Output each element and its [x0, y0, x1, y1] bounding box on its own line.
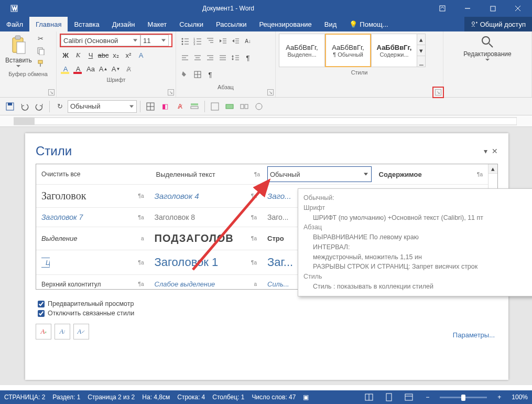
status-col[interactable]: Столбец: 1	[212, 394, 244, 401]
font-color-button[interactable]: A	[72, 63, 84, 75]
style-emphasis[interactable]: Выделениеa	[36, 227, 149, 250]
zoom-in-icon[interactable]: +	[494, 394, 504, 401]
tab-references[interactable]: Ссылки	[173, 17, 210, 31]
disable-linked-checkbox[interactable]: Отключить связанные стили	[38, 310, 498, 317]
web-layout-icon[interactable]	[403, 392, 415, 402]
cut-icon[interactable]: ✂	[36, 34, 46, 43]
manage-styles-button[interactable]: A✓	[73, 324, 89, 339]
font-launcher[interactable]: ↘	[168, 89, 174, 95]
align-right-button[interactable]	[204, 52, 216, 63]
table2-icon[interactable]	[208, 100, 222, 113]
style-toc[interactable]: АаБбВвГг, Содержи...	[371, 34, 417, 67]
macro-icon[interactable]: ▣	[303, 394, 309, 401]
insert-row-icon[interactable]	[188, 100, 201, 113]
parameters-link[interactable]: Параметры...	[453, 331, 495, 339]
circle-icon[interactable]	[252, 100, 266, 113]
justify-button[interactable]	[217, 52, 229, 63]
paste-button[interactable]: Вставить	[3, 34, 34, 69]
gallery-scroll[interactable]: ▴ ▾ ⎯	[417, 34, 426, 67]
sort-button[interactable]: A↓	[242, 35, 254, 47]
shading-button[interactable]	[179, 69, 191, 80]
format-painter-icon[interactable]	[36, 59, 46, 68]
clipboard-launcher[interactable]: ↘	[48, 89, 55, 95]
style-clear-all[interactable]: Очистить все	[36, 164, 151, 184]
align-left-button[interactable]	[179, 52, 191, 63]
style-subtle-emphasis[interactable]: Слабое выделениеa	[149, 275, 263, 290]
preview-checkbox[interactable]: Предварительный просмотр	[38, 300, 498, 307]
styles-launcher[interactable]: ↘	[435, 89, 441, 95]
status-page[interactable]: СТРАНИЦА: 2	[4, 394, 45, 401]
show-marks-button[interactable]: ¶	[242, 52, 254, 63]
text-effects-button[interactable]: A	[135, 49, 147, 61]
tab-layout[interactable]: Макет	[141, 17, 173, 31]
pane-close-icon[interactable]: ✕	[492, 147, 498, 155]
minimize-button[interactable]	[455, 1, 480, 16]
tab-review[interactable]: Рецензирование	[253, 17, 318, 31]
style-normal[interactable]: АаБбВвГг, ¶ Обычный	[325, 34, 371, 67]
pane-dropdown-icon[interactable]: ▾	[484, 147, 487, 155]
borders-button[interactable]	[192, 69, 203, 80]
status-at[interactable]: На: 4,8см	[142, 394, 170, 401]
shrink-font-button[interactable]: A▼	[110, 63, 122, 75]
line-spacing-button[interactable]	[230, 52, 241, 63]
zoom-value[interactable]: 100%	[512, 394, 528, 401]
subscript-button[interactable]: x₂	[110, 49, 122, 61]
style-quote[interactable]: Цитата¶a	[36, 250, 149, 274]
align-center-button[interactable]	[192, 52, 203, 63]
style-subtitle[interactable]: ПОДЗАГОЛОВ¶a	[149, 227, 263, 250]
read-mode-icon[interactable]	[363, 392, 375, 402]
redo2-icon[interactable]: ↻	[53, 100, 67, 113]
status-line[interactable]: Строка: 4	[177, 394, 205, 401]
tab-view[interactable]: Вид	[318, 17, 343, 31]
merge-icon[interactable]	[223, 100, 236, 113]
style-combo[interactable]: Обычный	[68, 100, 137, 113]
increase-indent-button[interactable]	[230, 35, 241, 47]
tab-insert[interactable]: Вставка	[68, 17, 105, 31]
style-heading7[interactable]: Заголовок 7¶a	[36, 208, 149, 227]
eraser-icon[interactable]: ◧	[158, 100, 172, 113]
style-inspector-button[interactable]: A⁝	[55, 324, 70, 339]
strike-button[interactable]: abc	[97, 49, 109, 61]
style-header-footer[interactable]: Верхний колонтитул¶a	[36, 275, 149, 290]
new-style-button[interactable]: A₄	[36, 324, 51, 339]
close-button[interactable]	[506, 1, 530, 16]
pilcrow-button[interactable]: ¶	[204, 69, 216, 80]
style-title[interactable]: Заголовок¶a	[36, 185, 149, 207]
multilevel-button[interactable]	[204, 35, 216, 47]
superscript-button[interactable]: x²	[123, 49, 134, 61]
clear-format-icon[interactable]: A̷	[173, 100, 187, 113]
bullets-button[interactable]	[179, 35, 191, 47]
paragraph-launcher[interactable]: ↘	[267, 89, 274, 95]
style-heading8[interactable]: Заголовок 8¶a	[149, 208, 263, 227]
underline-button[interactable]: Ч	[85, 49, 96, 61]
maximize-button[interactable]	[481, 1, 505, 16]
style-normal-combo[interactable]: Обычный	[265, 164, 374, 184]
style-heading1[interactable]: Заголовок 1¶a	[149, 250, 263, 274]
clear-formatting-button[interactable]: A̷	[123, 63, 134, 75]
tab-mailings[interactable]: Рассылки	[210, 17, 253, 31]
style-highlighted[interactable]: АаБбВвГг, Выделен...	[279, 34, 325, 67]
italic-button[interactable]: К	[72, 49, 84, 61]
bold-button[interactable]: Ж	[60, 49, 71, 61]
tab-tell-me[interactable]: 💡Помощ...	[343, 17, 394, 31]
undo-icon[interactable]	[18, 100, 31, 113]
highlight-button[interactable]: A	[60, 63, 71, 75]
split-icon[interactable]	[237, 100, 251, 113]
decrease-indent-button[interactable]	[217, 35, 229, 47]
style-toc-contents[interactable]: Содержимое¶a	[374, 164, 488, 184]
change-case-button[interactable]: Aa	[85, 63, 96, 75]
status-page-of[interactable]: Страница 2 из 2	[88, 394, 135, 401]
share-button[interactable]: Общий доступ	[464, 17, 532, 31]
numbering-button[interactable]: 123	[192, 35, 203, 47]
status-section[interactable]: Раздел: 1	[52, 394, 80, 401]
tab-design[interactable]: Дизайн	[106, 17, 142, 31]
copy-icon[interactable]	[36, 46, 46, 56]
grow-font-button[interactable]: A▲	[97, 63, 109, 75]
editing-button[interactable]: Редактирование	[447, 34, 528, 62]
print-layout-icon[interactable]	[383, 392, 395, 402]
font-size-combo[interactable]: 11	[140, 35, 169, 46]
style-heading4[interactable]: Заголовок 4¶a	[149, 185, 263, 207]
zoom-slider[interactable]	[440, 397, 487, 398]
zoom-out-icon[interactable]: −	[422, 394, 432, 401]
font-name-combo[interactable]: Calibri (Основной	[61, 35, 140, 46]
